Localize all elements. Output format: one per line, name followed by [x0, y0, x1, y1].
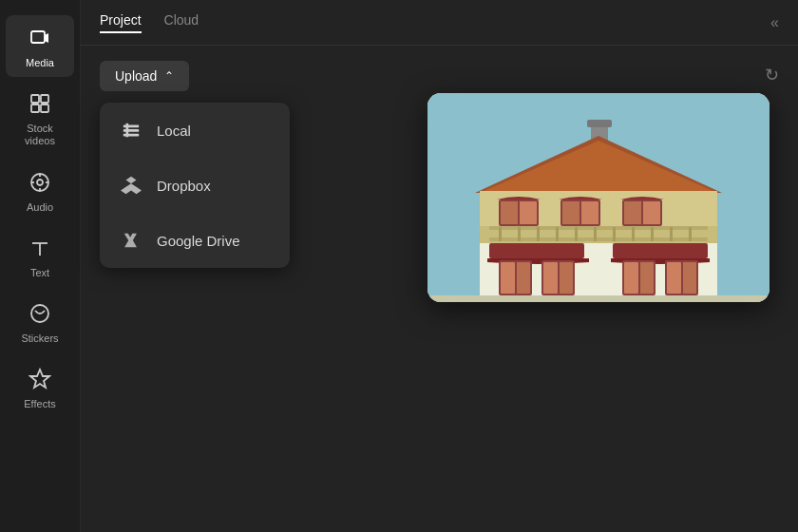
svg-rect-29 — [499, 227, 502, 241]
svg-rect-0 — [31, 31, 45, 43]
sidebar-item-effects[interactable]: Effects — [6, 356, 74, 418]
svg-rect-61 — [559, 262, 573, 294]
svg-rect-38 — [670, 227, 673, 241]
tabs-bar: Project Cloud « — [81, 0, 798, 46]
audio-icon — [27, 169, 53, 196]
dropdown-item-google-drive[interactable]: Google Drive — [100, 213, 290, 268]
svg-rect-57 — [516, 262, 530, 294]
sidebar-text-label: Text — [30, 267, 49, 279]
stock-videos-icon — [27, 90, 53, 117]
sidebar-audio-label: Audio — [27, 201, 53, 214]
upload-dropdown: Local Dropbox Google Drive — [100, 103, 290, 268]
svg-rect-69 — [682, 262, 696, 294]
sidebar-stock-label: Stock videos — [11, 123, 68, 147]
dropdown-item-local[interactable]: Local — [100, 103, 290, 158]
svg-rect-71 — [428, 295, 770, 302]
svg-rect-35 — [613, 227, 616, 241]
google-drive-label: Google Drive — [157, 233, 240, 249]
local-icon — [119, 118, 143, 142]
svg-rect-68 — [667, 262, 681, 294]
svg-rect-54 — [613, 243, 708, 258]
svg-rect-19 — [126, 124, 129, 138]
dropbox-icon — [119, 173, 143, 198]
collapse-button[interactable]: « — [770, 14, 779, 31]
svg-rect-28 — [489, 238, 708, 241]
tab-cloud[interactable]: Cloud — [164, 12, 200, 33]
tab-project[interactable]: Project — [100, 12, 142, 33]
dropbox-label: Dropbox — [157, 178, 211, 194]
svg-rect-18 — [124, 134, 140, 137]
svg-rect-27 — [489, 226, 708, 230]
sidebar-item-stock-videos[interactable]: Stock videos — [6, 81, 74, 155]
preview-card — [428, 93, 770, 302]
svg-rect-36 — [632, 227, 635, 241]
sidebar-item-media[interactable]: Media — [6, 15, 74, 77]
svg-rect-37 — [651, 227, 654, 241]
svg-rect-22 — [587, 120, 612, 127]
text-icon — [27, 235, 53, 261]
svg-rect-5 — [41, 104, 48, 112]
svg-rect-64 — [624, 262, 638, 294]
main-panel: Project Cloud « Upload ⌃ ↻ — [81, 0, 798, 532]
svg-rect-53 — [489, 243, 584, 258]
svg-rect-50 — [624, 201, 641, 224]
sidebar-item-stickers[interactable]: Stickers — [6, 291, 74, 352]
dropdown-item-dropbox[interactable]: Dropbox — [100, 158, 290, 213]
panel-content: Upload ⌃ ↻ Local — [81, 46, 798, 532]
sidebar-item-audio[interactable]: Audio — [6, 160, 74, 221]
sidebar-item-text[interactable]: Text — [6, 225, 74, 287]
refresh-button[interactable]: ↻ — [765, 65, 779, 86]
svg-rect-31 — [537, 227, 540, 241]
upload-label: Upload — [115, 68, 157, 84]
google-drive-icon — [119, 228, 143, 253]
house-illustration — [428, 93, 770, 302]
chevron-up-icon: ⌃ — [164, 69, 174, 83]
sidebar-media-label: Media — [26, 57, 54, 69]
stickers-icon — [27, 300, 53, 327]
svg-rect-46 — [562, 201, 580, 224]
svg-rect-3 — [41, 95, 48, 103]
effects-icon — [27, 366, 53, 392]
svg-rect-2 — [31, 95, 39, 103]
sidebar-effects-label: Effects — [24, 398, 55, 410]
upload-button[interactable]: Upload ⌃ — [100, 61, 189, 91]
sidebar-stickers-label: Stickers — [21, 332, 58, 345]
svg-rect-42 — [501, 201, 518, 224]
media-icon — [27, 25, 53, 51]
svg-point-7 — [37, 180, 43, 185]
svg-rect-39 — [689, 227, 692, 241]
svg-rect-16 — [124, 125, 140, 128]
svg-rect-30 — [518, 227, 521, 241]
svg-marker-15 — [30, 370, 49, 388]
svg-rect-33 — [575, 227, 578, 241]
sidebar: Media Stock videos Audio — [0, 0, 81, 532]
svg-rect-65 — [639, 262, 654, 294]
svg-rect-32 — [556, 227, 559, 241]
local-label: Local — [157, 123, 191, 139]
svg-rect-17 — [124, 129, 140, 132]
svg-rect-60 — [543, 262, 558, 294]
svg-rect-4 — [31, 104, 39, 112]
svg-rect-34 — [594, 227, 597, 241]
svg-rect-56 — [501, 262, 515, 294]
